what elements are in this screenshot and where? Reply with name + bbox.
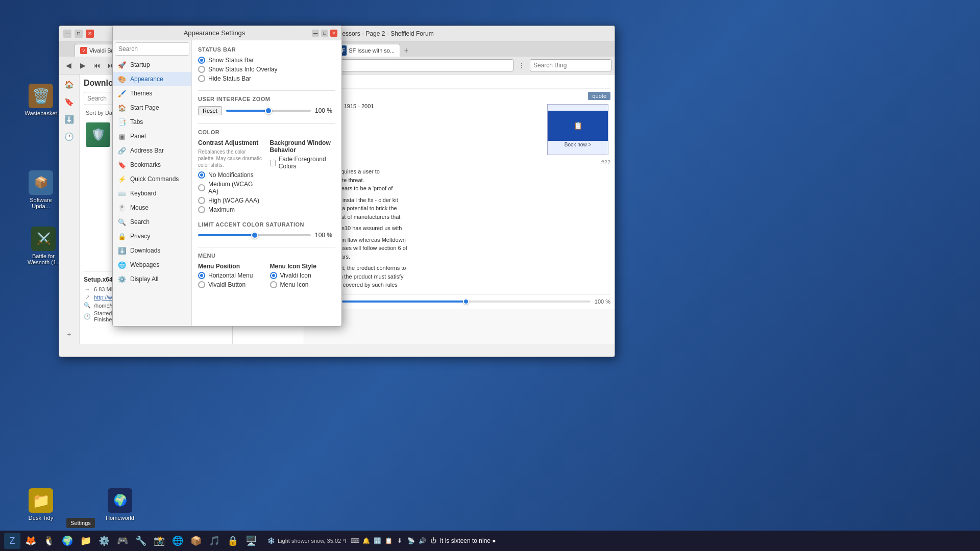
taskbar-icon-music[interactable]: 🎵 [206, 533, 223, 549]
settings-nav-downloads[interactable]: ⬇️ Downloads [113, 243, 191, 258]
settings-search-input[interactable] [115, 42, 189, 56]
settings-dialog: Appearance Settings — □ ✕ 🚀 Startup 🎨 Ap… [112, 26, 342, 327]
settings-nav-bookmarks[interactable]: 🔖 Bookmarks [113, 158, 191, 172]
taskbar-icon-lock[interactable]: 🔒 [225, 533, 241, 549]
tray-icon-6[interactable]: 📡 [406, 536, 415, 545]
taskbar-app-icons: Z 🦊 🐧 🌍 📁 ⚙️ 🎮 🔧 📸 🌐 📦 🎵 🔒 🖥️ [0, 531, 263, 551]
menu-vivaldi-button[interactable]: Vivaldi Button [198, 281, 264, 288]
desktop-icon-homeworld[interactable]: 🌍 Homeworld [100, 486, 140, 523]
tabs-icon: 📑 [118, 118, 126, 126]
settings-nav-webpages[interactable]: 🌐 Webpages [113, 258, 191, 272]
dialog-maximize[interactable]: □ [321, 30, 328, 37]
tray-icon-8[interactable]: ⏻ [429, 536, 438, 545]
menu-vivaldi-icon[interactable]: Vivaldi Icon [270, 272, 336, 279]
homeworld-label: Homeworld [106, 515, 134, 521]
tray-icon-5[interactable]: ⬇ [395, 536, 404, 545]
taskbar-icon-settings[interactable]: ⚙️ [96, 533, 112, 549]
browser-window-controls: — □ ✕ [63, 30, 94, 38]
taskbar-icon-linux[interactable]: 🐧 [41, 533, 57, 549]
settings-nav-search[interactable]: 🔍 Search [113, 215, 191, 229]
settings-nav-start-page[interactable]: 🏠 Start Page [113, 101, 191, 115]
post-text-area: and physicist. 1915 - 2001 [308, 102, 541, 111]
dialog-close[interactable]: ✕ [330, 30, 337, 37]
back-button[interactable]: ◀ [62, 59, 75, 71]
accent-slider-thumb[interactable] [251, 232, 258, 239]
contrast-maximum[interactable]: Maximum [198, 206, 264, 213]
settings-nav-privacy[interactable]: 🔒 Privacy [113, 229, 191, 243]
bg-window-title: Background Window Behavior [270, 139, 336, 154]
radio-medium [198, 184, 205, 191]
appearance-icon: 🎨 [118, 75, 126, 83]
add-tab-button[interactable]: + [400, 44, 412, 57]
settings-nav-startup[interactable]: 🚀 Startup [113, 58, 191, 72]
tray-icon-7[interactable]: 🔊 [418, 536, 427, 545]
taskbar-icon-z[interactable]: Z [4, 533, 20, 549]
settings-nav-mouse[interactable]: 🖱️ Mouse [113, 201, 191, 215]
tray-icon-1[interactable]: ⌨ [350, 536, 359, 545]
zoom-slider-thumb[interactable] [265, 107, 272, 114]
menu-menu-icon[interactable]: Menu Icon [270, 281, 336, 288]
tray-icon-4[interactable]: 📋 [384, 536, 393, 545]
nav-btn-1[interactable]: ⏮ [91, 59, 103, 71]
bookmarks-icon: 🔖 [118, 161, 126, 169]
bottom-zoom-value: 100 % [595, 298, 610, 305]
more-button[interactable]: ⋮ [516, 59, 528, 71]
settings-nav-display-all[interactable]: ⚙️ Display All [113, 272, 191, 286]
sidebar-bookmark-btn[interactable]: 🔖 [61, 94, 78, 110]
bottom-zoom-thumb[interactable] [463, 298, 469, 305]
status-bar-title: Status Bar [198, 46, 335, 53]
taskbar-icon-firefox[interactable]: 🦊 [22, 533, 39, 549]
settings-nav-address-bar[interactable]: 🔗 Address Bar [113, 143, 191, 158]
status-bar-overlay[interactable]: Show Status Info Overlay [198, 66, 335, 73]
taskbar-icon-web[interactable]: 🌐 [169, 533, 186, 549]
contrast-no-mod[interactable]: No Modifications [198, 171, 264, 179]
color-section: COLOR Contrast Adjustment Rebalances the… [198, 129, 335, 213]
menu-horizontal[interactable]: Horizontal Menu [198, 272, 264, 279]
forward-button[interactable]: ▶ [77, 59, 89, 71]
desktop-icon-wastebasket[interactable]: 🗑️ Wastebasket [20, 82, 61, 118]
status-bar-show[interactable]: Show Status Bar [198, 57, 335, 64]
bottom-zoom-slider[interactable] [342, 300, 591, 303]
settings-nav-tabs[interactable]: 📑 Tabs [113, 115, 191, 129]
tray-icon-2[interactable]: 🔔 [361, 536, 371, 545]
sidebar-download-btn[interactable]: ⬇️ [61, 111, 78, 128]
menu-position-options: Horizontal Menu Vivaldi Button [198, 272, 264, 288]
sidebar-clock-btn[interactable]: 🕐 [61, 129, 78, 145]
contrast-high[interactable]: High (WCAG AAA) [198, 197, 264, 204]
accent-slider[interactable] [198, 234, 311, 236]
settings-tooltip: Settings [66, 518, 95, 528]
zoom-slider[interactable] [226, 110, 311, 112]
tray-icon-3[interactable]: 🔢 [373, 536, 382, 545]
settings-nav-appearance[interactable]: 🎨 Appearance [113, 72, 191, 86]
menu-section: MENU Menu Position Horizontal Menu [198, 253, 335, 288]
dialog-minimize[interactable]: — [312, 30, 319, 37]
zoom-slider-fill [226, 110, 268, 112]
system-tray: ❄️ Light shower snow, 35.02 °F ⌨ 🔔 🔢 📋 ⬇… [263, 536, 505, 545]
settings-nav-quick-commands[interactable]: ⚡ Quick Commands [113, 172, 191, 186]
taskbar-icon-package[interactable]: 📦 [188, 533, 204, 549]
web-content: Fahrenheit... quote and physicist. 1915 … [304, 74, 615, 309]
taskbar-icon-photo[interactable]: 📸 [151, 533, 167, 549]
desktop-icon-desk-tidy[interactable]: 📁 Desk Tidy [20, 486, 61, 523]
browser-search[interactable] [530, 59, 611, 71]
contrast-medium[interactable]: Medium (WCAG AA) [198, 181, 264, 195]
settings-nav-keyboard[interactable]: ⌨️ Keyboard [113, 186, 191, 201]
settings-nav-themes[interactable]: 🖌️ Themes [113, 86, 191, 101]
zoom-reset-button[interactable]: Reset [198, 106, 222, 115]
taskbar-icon-earth[interactable]: 🌍 [59, 533, 76, 549]
taskbar-icon-folder[interactable]: 📁 [78, 533, 94, 549]
taskbar-icon-monitor[interactable]: 🖥️ [243, 533, 259, 549]
taskbar-icon-tools[interactable]: 🔧 [133, 533, 149, 549]
sidebar-home-btn[interactable]: 🏠 [61, 77, 78, 93]
quote-button[interactable]: quote [588, 92, 610, 100]
taskbar-icon-game[interactable]: 🎮 [114, 533, 131, 549]
sidebar-add-btn[interactable]: + [61, 325, 78, 342]
maximize-button[interactable]: □ [75, 30, 83, 38]
fade-foreground-checkbox[interactable]: Fade Foreground Colors [270, 156, 336, 170]
radio-horizontal-menu [198, 272, 205, 279]
close-button[interactable]: ✕ [86, 30, 94, 38]
minimize-button[interactable]: — [63, 30, 71, 38]
desktop-icon-software[interactable]: 📦 Software Upda... [20, 168, 61, 211]
settings-nav-panel[interactable]: ▣ Panel [113, 129, 191, 143]
status-bar-hide[interactable]: Hide Status Bar [198, 75, 335, 82]
